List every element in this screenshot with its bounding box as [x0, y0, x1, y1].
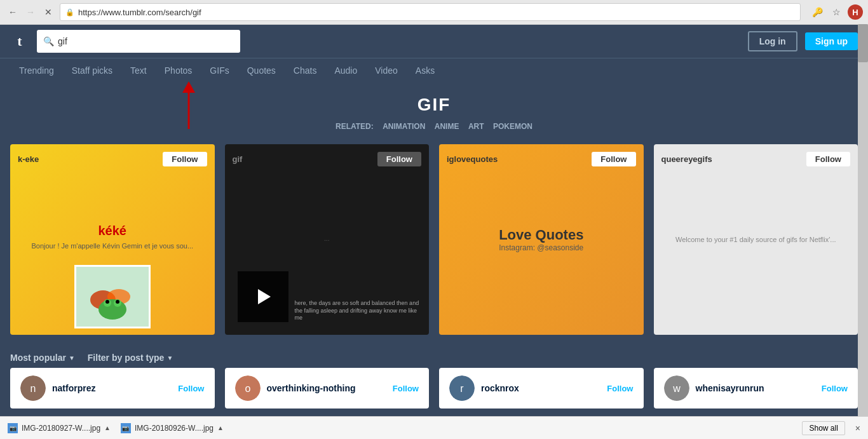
user-card-whenisayrunrun: w whenisayrunrun Follow	[654, 368, 858, 409]
scrollbar[interactable]	[858, 24, 868, 416]
frog-drawing	[76, 267, 149, 327]
nav-item-photos[interactable]: Photos	[156, 60, 201, 81]
video-caption: here, the days are so soft and balanced …	[295, 300, 423, 322]
nav-item-quotes[interactable]: Quotes	[238, 60, 285, 81]
follow-button-overthinking[interactable]: Follow	[393, 384, 419, 393]
related-label: RELATED:	[336, 122, 374, 131]
blog-card-gif: gif Follow ... here, the days are so sof…	[225, 144, 430, 335]
gif-center-text: ...	[324, 235, 329, 242]
follow-button-rocknrox[interactable]: Follow	[607, 384, 633, 393]
filter-bar: Most popular ▼ Filter by post type ▼	[10, 348, 858, 368]
follow-button-iglovequotes[interactable]: Follow	[592, 152, 635, 166]
nav-item-text[interactable]: Text	[121, 60, 156, 81]
close-download-button[interactable]: ×	[855, 423, 860, 433]
search-bar[interactable]: 🔍	[37, 30, 240, 53]
download-icon-2: 📷	[121, 423, 131, 433]
chevron-down-icon-2: ▼	[166, 355, 173, 361]
post-type-filter[interactable]: Filter by post type ▼	[88, 353, 173, 363]
main-content: GIF RELATED: ANIMATION ANIME ART POKEMON…	[0, 82, 868, 421]
follow-button-natforprez[interactable]: Follow	[178, 384, 204, 393]
nav-item-staff-picks[interactable]: Staff picks	[63, 60, 121, 81]
address-bar-input[interactable]	[78, 8, 795, 17]
blog-cards: k-eke Follow kéké Bonjour ! Je m'appelle…	[10, 144, 858, 335]
related-tag-anime[interactable]: ANIME	[435, 122, 459, 131]
nav-item-video[interactable]: Video	[366, 60, 407, 81]
avatar-overthinking: o	[235, 375, 261, 401]
related-tag-pokemon[interactable]: POKEMON	[493, 122, 532, 131]
blog-name-queereyegifs: queereyegifs	[661, 154, 712, 164]
blog-card-queereyegifs: queereyegifs Follow Welcome to your #1 d…	[654, 144, 858, 335]
download-chevron-2[interactable]: ▲	[217, 424, 224, 431]
svg-text:o: o	[245, 383, 250, 394]
blog-card-header-gif: gif Follow	[225, 144, 430, 174]
nav-item-chats[interactable]: Chats	[285, 60, 326, 81]
follow-button-gif[interactable]: Follow	[377, 152, 421, 166]
follow-button-k-eke[interactable]: Follow	[163, 152, 207, 166]
avatar-rocknrox: r	[449, 375, 475, 401]
search-title: GIF	[10, 95, 858, 115]
username-whenisayrunrun: whenisayrunrun	[696, 383, 815, 393]
user-avatar-chrome[interactable]: H	[848, 4, 863, 20]
download-chevron-1[interactable]: ▲	[104, 424, 111, 431]
blog-card-header-k-eke: k-eke Follow	[10, 144, 215, 174]
svg-point-9	[116, 300, 119, 304]
blog-name-k-eke: k-eke	[18, 154, 39, 164]
nav-item-asks[interactable]: Asks	[407, 60, 444, 81]
blog-frog-image	[74, 265, 151, 328]
svg-text:r: r	[460, 383, 464, 394]
download-name-2: IMG-20180926-W....jpg	[135, 424, 214, 433]
related-tag-art[interactable]: ART	[468, 122, 484, 131]
play-button[interactable]	[238, 271, 288, 322]
nav-bar: Trending Staff picks Text Photos GIFs Qu…	[0, 58, 868, 82]
download-icon-1: 📷	[8, 423, 18, 433]
filter-label: Filter by post type	[88, 353, 165, 363]
chevron-down-icon: ▼	[69, 355, 75, 361]
bookmark-button[interactable]: ☆	[829, 4, 844, 20]
follow-button-queereyegifs[interactable]: Follow	[806, 152, 850, 166]
blog-subtitle-k-eke: Bonjour ! Je m'appelle Kévin Gemin et je…	[31, 242, 193, 250]
username-natforprez: natforprez	[52, 383, 172, 393]
download-bar: 📷 IMG-20180927-W....jpg ▲ 📷 IMG-20180926…	[0, 416, 868, 439]
scrollbar-thumb[interactable]	[858, 24, 868, 62]
username-rocknrox: rocknrox	[481, 383, 600, 393]
lock-icon: 🔒	[65, 8, 74, 17]
refresh-button[interactable]: ✕	[41, 4, 56, 20]
blog-card-k-eke: k-eke Follow kéké Bonjour ! Je m'appelle…	[10, 144, 215, 335]
search-input[interactable]	[58, 36, 234, 46]
show-all-button[interactable]: Show all	[802, 421, 844, 435]
browser-chrome: ← → ✕ 🔒 🔑 ☆ H	[0, 0, 868, 25]
svg-marker-1	[182, 81, 195, 93]
avatar-natforprez: n	[20, 375, 46, 401]
login-button[interactable]: Log in	[748, 31, 797, 51]
follow-button-whenisayrunrun[interactable]: Follow	[822, 384, 848, 393]
play-icon	[258, 289, 271, 304]
svg-point-8	[105, 300, 109, 304]
user-card-overthinking: o overthinking-nothing Follow	[225, 368, 430, 409]
user-cards: n natforprez Follow o overthinking-nothi…	[10, 368, 858, 409]
netflix-description: Welcome to your #1 daily source of gifs …	[669, 229, 843, 250]
user-card-natforprez: n natforprez Follow	[10, 368, 215, 409]
page-wrapper: ← → ✕ 🔒 🔑 ☆ H t 🔍 L	[0, 0, 868, 439]
address-bar-container[interactable]: 🔒	[60, 3, 801, 21]
video-thumbnail[interactable]	[238, 271, 288, 322]
key-icon-button[interactable]: 🔑	[810, 4, 825, 20]
forward-button[interactable]: →	[23, 4, 38, 20]
related-tag-animation[interactable]: ANIMATION	[383, 122, 425, 131]
nav-item-gifs[interactable]: GIFs	[201, 60, 238, 81]
svg-point-5	[98, 299, 126, 320]
most-popular-filter[interactable]: Most popular ▼	[10, 353, 75, 363]
nav-buttons: ← → ✕	[5, 4, 56, 20]
love-quotes-sub: Instagram: @seasonside	[499, 243, 583, 252]
signup-button[interactable]: Sign up	[805, 32, 858, 50]
blog-card-header-queereyegifs: queereyegifs Follow	[654, 144, 858, 174]
nav-item-audio[interactable]: Audio	[325, 60, 366, 81]
tumblr-header: t 🔍 Log in Sign up	[0, 25, 868, 58]
back-button[interactable]: ←	[5, 4, 20, 20]
tumblr-logo[interactable]: t	[10, 32, 29, 51]
blog-title-k-eke: kéké	[98, 224, 127, 238]
svg-text:n: n	[31, 383, 36, 394]
download-item-2: 📷 IMG-20180926-W....jpg ▲	[121, 423, 224, 433]
nav-item-trending[interactable]: Trending	[10, 60, 63, 81]
avatar-whenisayrunrun: w	[664, 375, 689, 401]
download-item-1: 📷 IMG-20180927-W....jpg ▲	[8, 423, 111, 433]
